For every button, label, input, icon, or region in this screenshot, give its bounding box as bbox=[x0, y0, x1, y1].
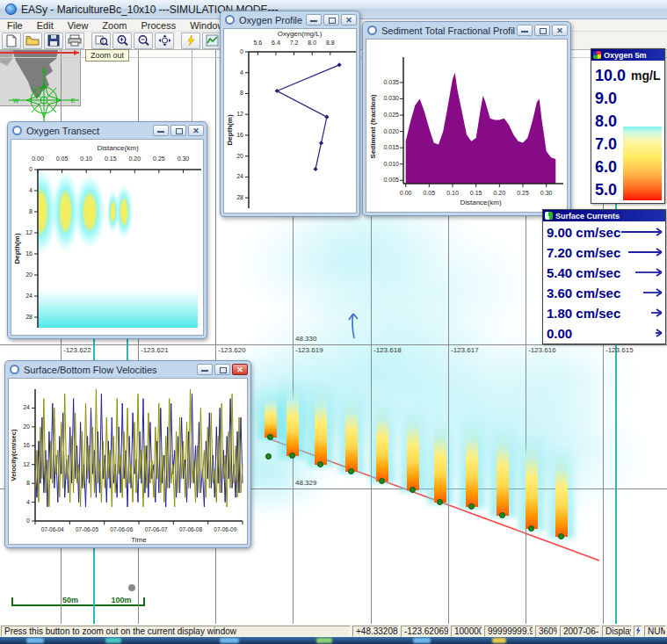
status-latitude: +48.332080 bbox=[352, 626, 399, 637]
svg-text:0.15: 0.15 bbox=[105, 156, 117, 162]
svg-text:16: 16 bbox=[236, 132, 243, 138]
fish-pen-marker bbox=[265, 453, 272, 459]
oxygen-5m-legend[interactable]: Oxygen 5m mg/L 10.09.08.07.06.05.0 bbox=[591, 48, 665, 204]
longitude-label: -123.621 bbox=[141, 346, 169, 354]
menu-file[interactable]: File bbox=[0, 20, 30, 31]
surface-currents-title: Surface Currents bbox=[555, 212, 620, 221]
current-arrow-icon bbox=[620, 286, 663, 299]
minimize-button[interactable] bbox=[153, 125, 169, 136]
current-speed-label: 0.00 bbox=[547, 326, 572, 341]
surface-currents-legend[interactable]: Surface Currents 9.00 cm/sec7.20 cm/sec5… bbox=[542, 209, 666, 344]
new-button[interactable] bbox=[2, 33, 21, 49]
window-flow-velocities[interactable]: Surface/Bottom Flow Velocities ✕ 0481216… bbox=[4, 360, 251, 548]
status-range: 99999999.9NM bbox=[484, 626, 533, 637]
menu-edit[interactable]: Edit bbox=[30, 20, 61, 31]
svg-text:0: 0 bbox=[29, 166, 33, 172]
svg-text:Velocity(cm/sec): Velocity(cm/sec) bbox=[10, 429, 18, 481]
fish-pen-marker bbox=[499, 512, 505, 518]
pen-plume bbox=[345, 400, 358, 472]
close-button[interactable]: ✕ bbox=[341, 14, 357, 25]
window-oxygen-transect[interactable]: Oxygen Transect ✕ Distance(km)0.000.050.… bbox=[7, 121, 207, 339]
svg-text:Distance(km): Distance(km) bbox=[460, 199, 501, 206]
window-icon bbox=[10, 365, 19, 374]
oxygen-scale-value: 7.0 bbox=[595, 135, 617, 154]
svg-text:Time: Time bbox=[131, 536, 147, 544]
current-speed-label: 5.40 cm/sec bbox=[547, 265, 620, 280]
oxygen-5m-titlebar[interactable]: Oxygen 5m bbox=[591, 49, 664, 61]
svg-text:0.030: 0.030 bbox=[383, 95, 399, 101]
print-button[interactable] bbox=[65, 33, 84, 49]
svg-text:24: 24 bbox=[236, 173, 243, 179]
open-button[interactable] bbox=[23, 33, 42, 49]
pen-plume bbox=[376, 406, 388, 481]
surface-currents-titlebar[interactable]: Surface Currents bbox=[543, 210, 665, 221]
window-oxygen-profile[interactable]: Oxygen Profile ✕ Oxygen(mg/L)5.66.47.28.… bbox=[220, 11, 360, 217]
zoom-in-button[interactable] bbox=[112, 33, 132, 49]
windows-taskbar[interactable] bbox=[0, 637, 667, 644]
svg-text:16: 16 bbox=[23, 442, 30, 448]
current-arrow-icon bbox=[620, 307, 663, 319]
longitude-label: -123.615 bbox=[605, 346, 634, 354]
maximize-button[interactable] bbox=[534, 25, 550, 36]
window-sediment-profile[interactable]: Sediment Total Fractional Profile ✕ 0.00… bbox=[362, 21, 571, 216]
svg-text:0.25: 0.25 bbox=[517, 190, 529, 196]
menu-zoom[interactable]: Zoom bbox=[95, 20, 134, 31]
zoom-window-button[interactable] bbox=[91, 33, 111, 49]
svg-text:0.025: 0.025 bbox=[383, 112, 399, 118]
pen-plume bbox=[466, 424, 478, 507]
plot-button[interactable] bbox=[202, 33, 221, 49]
save-button[interactable] bbox=[44, 33, 63, 49]
sediment-titlebar[interactable]: Sediment Total Fractional Profile ✕ bbox=[363, 22, 570, 39]
zoom-out-button[interactable] bbox=[134, 33, 153, 49]
profile-titlebar[interactable]: Oxygen Profile ✕ bbox=[221, 11, 359, 28]
svg-text:0.20: 0.20 bbox=[128, 156, 141, 162]
svg-text:12: 12 bbox=[236, 111, 243, 117]
window-icon bbox=[367, 25, 377, 35]
current-speed-label: 7.20 cm/sec bbox=[547, 245, 620, 260]
svg-text:Oxygen(mg/L): Oxygen(mg/L) bbox=[278, 30, 323, 38]
flow-titlebar[interactable]: Surface/Bottom Flow Velocities ✕ bbox=[5, 361, 250, 378]
profile-chart: Oxygen(mg/L)5.66.47.28.08.80481216202428… bbox=[224, 29, 358, 214]
oxygen-scale-value: 5.0 bbox=[595, 181, 617, 199]
svg-text:07-06-05: 07-06-05 bbox=[76, 526, 98, 532]
maximize-button[interactable] bbox=[323, 14, 339, 25]
maximize-button[interactable] bbox=[214, 364, 230, 375]
status-scale: 100000 bbox=[451, 626, 482, 637]
close-button[interactable]: ✕ bbox=[232, 364, 248, 375]
svg-text:0.015: 0.015 bbox=[383, 144, 399, 150]
sediment-title: Sediment Total Fractional Profile bbox=[381, 25, 515, 36]
svg-text:8.8: 8.8 bbox=[326, 40, 335, 46]
pan-button[interactable] bbox=[155, 33, 174, 49]
flow-title: Surface/Bottom Flow Velocities bbox=[24, 365, 195, 375]
print-icon bbox=[68, 34, 82, 47]
maximize-button[interactable] bbox=[170, 125, 186, 136]
current-arrow-icon bbox=[620, 327, 663, 339]
svg-text:Depth(m): Depth(m) bbox=[13, 233, 21, 264]
menu-view[interactable]: View bbox=[61, 20, 96, 31]
close-button[interactable]: ✕ bbox=[188, 125, 204, 136]
pen-plume bbox=[497, 431, 509, 516]
app-icon bbox=[5, 4, 17, 15]
status-bar: Press this button to zoom out on the cur… bbox=[0, 624, 667, 637]
minimize-button[interactable] bbox=[517, 25, 533, 36]
oxygen-scale-value: 10.0 bbox=[595, 67, 626, 85]
current-speed-label: 3.60 cm/sec bbox=[547, 286, 620, 300]
oxygen-scale-value: 8.0 bbox=[595, 112, 617, 131]
transect-titlebar[interactable]: Oxygen Transect ✕ bbox=[8, 122, 207, 139]
svg-text:16: 16 bbox=[25, 250, 33, 257]
svg-text:0.010: 0.010 bbox=[383, 161, 399, 167]
longitude-label: -123.620 bbox=[218, 346, 246, 354]
svg-text:8: 8 bbox=[26, 480, 30, 486]
pen-plume bbox=[265, 397, 277, 438]
menu-process[interactable]: Process bbox=[134, 20, 183, 31]
minimize-button[interactable] bbox=[197, 364, 213, 375]
pause-button[interactable] bbox=[181, 33, 200, 49]
svg-text:Distance(km): Distance(km) bbox=[97, 144, 138, 152]
profile-title: Oxygen Profile bbox=[239, 15, 304, 25]
status-message: Press this button to zoom out on the cur… bbox=[1, 626, 351, 637]
close-button[interactable]: ✕ bbox=[552, 25, 568, 36]
svg-text:0.10: 0.10 bbox=[446, 190, 459, 196]
svg-text:100m: 100m bbox=[111, 596, 131, 604]
minimize-button[interactable] bbox=[306, 14, 322, 25]
status-run-indicator bbox=[634, 626, 642, 637]
